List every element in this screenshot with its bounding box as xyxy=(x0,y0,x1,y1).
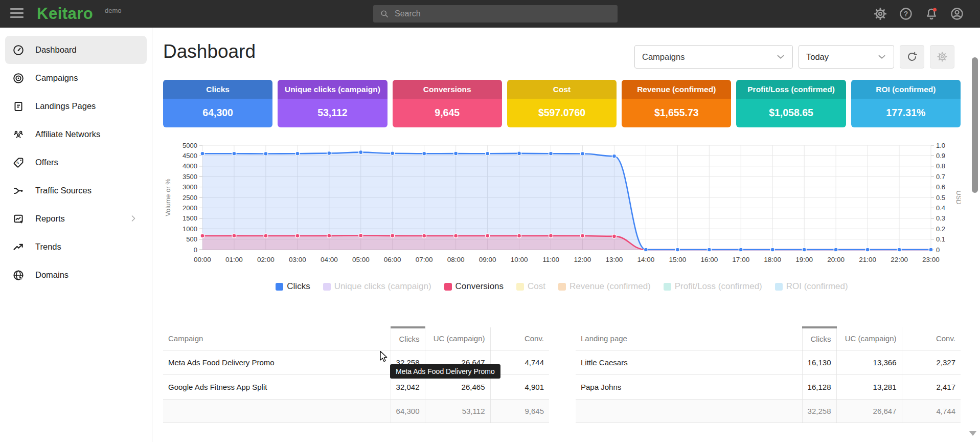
chevron-down-icon xyxy=(775,51,786,62)
table-cell-conv: 2,327 xyxy=(902,350,961,374)
stat-cards-row: Clicks64,300Unique clicks (campaign)53,1… xyxy=(163,80,961,127)
column-header-landing-page[interactable]: Landing page xyxy=(576,327,802,350)
stat-card-roi-confirmed[interactable]: ROI (confirmed)177.31% xyxy=(851,80,961,127)
sidebar-item-landings-pages[interactable]: Landings Pages xyxy=(5,92,147,120)
stat-card-label: Cost xyxy=(507,80,617,99)
column-header-campaign[interactable]: Campaign xyxy=(163,327,391,350)
table-cell-name: Little Caesars xyxy=(576,350,802,374)
svg-text:0.7: 0.7 xyxy=(936,173,945,181)
sidebar-item-label: Campaigns xyxy=(35,73,78,83)
svg-text:11:00: 11:00 xyxy=(542,256,559,263)
column-header-clicks[interactable]: Clicks xyxy=(391,327,425,350)
legend-item-unique-clicks-campaign[interactable]: Unique clicks (campaign) xyxy=(323,281,431,292)
legend-item-clicks[interactable]: Clicks xyxy=(276,281,310,292)
stat-card-label: Clicks xyxy=(163,80,272,99)
search-input[interactable] xyxy=(395,9,611,18)
sidebar-item-campaigns[interactable]: Campaigns xyxy=(5,64,147,92)
notifications-icon[interactable] xyxy=(924,7,939,21)
table-totals-row: 64,30053,1129,645 xyxy=(163,399,549,423)
column-header-conv[interactable]: Conv. xyxy=(490,327,549,350)
price-tag-icon: s xyxy=(12,157,25,169)
svg-text:0.1: 0.1 xyxy=(936,235,945,243)
table-row[interactable]: Papa Johns16,12813,2812,417 xyxy=(576,374,961,399)
document-icon xyxy=(12,100,25,113)
sidebar-item-offers[interactable]: s Offers xyxy=(5,148,147,176)
column-header-uc-campaign[interactable]: UC (campaign) xyxy=(836,327,902,350)
help-icon[interactable]: ? xyxy=(899,7,913,21)
legend-item-profit-loss-confirmed[interactable]: Profit/Loss (confirmed) xyxy=(664,281,762,292)
sidebar-item-label: Trends xyxy=(35,242,61,252)
svg-text:2500: 2500 xyxy=(183,194,197,202)
sidebar-item-trends[interactable]: Trends xyxy=(5,233,147,261)
svg-text:21:00: 21:00 xyxy=(859,256,876,263)
sidebar-item-dashboard[interactable]: Dashboard xyxy=(5,36,147,64)
scrollbar-down-arrow-icon[interactable] xyxy=(969,431,976,436)
global-search xyxy=(373,5,618,23)
legend-swatch xyxy=(516,283,524,291)
svg-text:500: 500 xyxy=(186,235,197,243)
table-cell-conv: 2,417 xyxy=(902,374,961,399)
column-header-uc-campaign[interactable]: UC (campaign) xyxy=(425,327,490,350)
table-row[interactable]: Little Caesars16,13013,3662,327 xyxy=(576,350,961,374)
sidebar-item-domains[interactable]: Domains xyxy=(5,261,147,289)
svg-text:06:00: 06:00 xyxy=(384,256,401,263)
account-icon[interactable] xyxy=(950,7,964,21)
table-header-row: Landing pageClicksUC (campaign)Conv. xyxy=(576,327,961,350)
stat-card-cost[interactable]: Cost$597.0760 xyxy=(507,80,617,127)
sidebar-item-label: Landings Pages xyxy=(35,101,96,111)
stat-card-profit-loss-confirmed[interactable]: Profit/Loss (confirmed)$1,058.65 xyxy=(736,80,846,127)
svg-text:1000: 1000 xyxy=(183,225,197,233)
table-cell-name: Meta Ads Food Delivery Promo xyxy=(163,350,391,374)
legend-item-conversions[interactable]: Conversions xyxy=(444,281,504,292)
stat-card-revenue-confirmed[interactable]: Revenue (confirmed)$1,655.73 xyxy=(622,80,731,127)
svg-text:12:00: 12:00 xyxy=(574,256,591,263)
scrollbar-thumb[interactable] xyxy=(972,57,978,193)
stat-card-label: Revenue (confirmed) xyxy=(622,80,731,99)
table-cell-clicks: 16,128 xyxy=(802,374,836,399)
sidebar-item-label: Domains xyxy=(35,270,69,280)
gear-icon[interactable] xyxy=(873,7,887,21)
totals-cell-clicks: 32,258 xyxy=(802,399,836,423)
legend-label: Unique clicks (campaign) xyxy=(334,281,431,292)
stat-card-conversions[interactable]: Conversions9,645 xyxy=(393,80,502,127)
refresh-button[interactable] xyxy=(900,45,924,69)
svg-text:0.9: 0.9 xyxy=(936,152,945,160)
legend-swatch xyxy=(558,283,566,291)
stat-card-unique-clicks-campaign[interactable]: Unique clicks (campaign)53,112 xyxy=(278,80,387,127)
legend-label: Profit/Loss (confirmed) xyxy=(675,281,762,292)
date-range-select[interactable]: Today xyxy=(799,45,894,69)
svg-text:0: 0 xyxy=(194,246,197,254)
mouse-cursor-icon xyxy=(379,351,389,362)
group-filter-value: Campaigns xyxy=(642,52,685,62)
svg-text:3500: 3500 xyxy=(183,173,197,181)
legend-swatch xyxy=(323,283,331,291)
legend-item-revenue-confirmed[interactable]: Revenue (confirmed) xyxy=(558,281,651,292)
sidebar-item-reports[interactable]: Reports xyxy=(5,205,147,233)
svg-text:23:00: 23:00 xyxy=(922,256,940,263)
legend-label: Conversions xyxy=(455,281,504,292)
group-filter-select[interactable]: Campaigns xyxy=(634,45,793,69)
table-totals-row: 32,25826,6474,744 xyxy=(576,399,961,423)
stat-card-clicks[interactable]: Clicks64,300 xyxy=(163,80,272,127)
sidebar-item-affiliate-networks[interactable]: Affiliate Networks xyxy=(5,120,147,148)
svg-text:03:00: 03:00 xyxy=(289,256,306,263)
legend-item-roi-confirmed[interactable]: ROI (confirmed) xyxy=(775,281,848,292)
table-header-row: CampaignClicksUC (campaign)Conv. xyxy=(163,327,549,350)
stat-card-label: Conversions xyxy=(393,80,502,99)
svg-text:5000: 5000 xyxy=(183,142,197,149)
menu-toggle-icon[interactable] xyxy=(10,8,24,19)
legend-swatch xyxy=(444,283,452,291)
landing-pages-table: Landing pageClicksUC (campaign)Conv.Litt… xyxy=(576,326,961,423)
svg-text:14:00: 14:00 xyxy=(637,256,654,263)
dashboard-settings-button[interactable] xyxy=(930,45,954,69)
legend-item-cost[interactable]: Cost xyxy=(516,281,545,292)
row-tooltip: Meta Ads Food Delivery Promo xyxy=(390,364,500,379)
chevron-right-icon xyxy=(128,213,139,224)
sidebar-item-traffic-sources[interactable]: Traffic Sources xyxy=(5,176,147,205)
svg-text:USD: USD xyxy=(955,190,961,204)
column-header-conv[interactable]: Conv. xyxy=(902,327,961,350)
svg-text:Volume or %: Volume or % xyxy=(164,179,172,216)
table-cell-clicks: 16,130 xyxy=(802,350,836,374)
stat-card-value: $597.0760 xyxy=(507,99,617,127)
column-header-clicks[interactable]: Clicks xyxy=(802,327,836,350)
